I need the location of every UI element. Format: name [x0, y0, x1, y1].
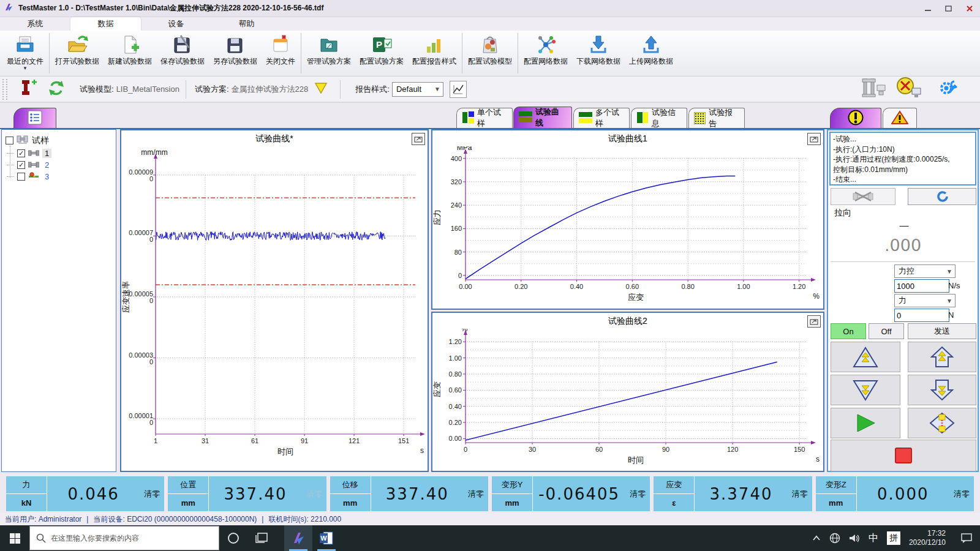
ime-pinyin-button[interactable]: 拼 — [887, 531, 900, 545]
specimen-2-checkbox[interactable]: ✓ — [17, 161, 25, 169]
cortana-button[interactable] — [219, 525, 247, 551]
upload-icon — [641, 33, 662, 56]
tab-test-curve[interactable]: 试验曲线 — [513, 107, 572, 128]
config-network-button[interactable]: 配置网络数据 — [519, 31, 572, 76]
svg-text:121: 121 — [349, 437, 360, 444]
config-scheme-icon: P — [371, 33, 393, 56]
menu-help[interactable]: 帮助 — [211, 17, 282, 31]
tree-item-2[interactable]: ✓ 2 — [7, 160, 51, 170]
target-input[interactable] — [894, 309, 949, 322]
close-file-button[interactable]: 关闭文件 — [262, 31, 300, 76]
jog-down-button[interactable] — [908, 375, 976, 405]
on-button[interactable]: On — [831, 323, 866, 339]
tab-specimen-list[interactable] — [13, 108, 56, 128]
clear-button[interactable]: 清零 — [625, 476, 650, 511]
scheme-warning-icon[interactable] — [314, 82, 328, 97]
clear-button[interactable]: 清零 — [464, 476, 488, 511]
curve-settings-button[interactable] — [450, 81, 467, 98]
volume-icon[interactable] — [849, 533, 860, 543]
device-offline-icon[interactable] — [895, 77, 922, 102]
menu-system[interactable]: 系统 — [0, 17, 70, 31]
config-model-button[interactable]: 配置试验模型 — [464, 31, 516, 76]
open-data-button[interactable]: 打开试验数据 — [51, 31, 104, 76]
tab-test-info[interactable]: 试验信息 — [631, 108, 687, 128]
svg-text:90: 90 — [662, 446, 669, 453]
svg-text:0.60: 0.60 — [626, 283, 639, 290]
tab-single-specimen[interactable]: 单个试样 — [456, 108, 513, 128]
report-style-select[interactable]: Default▼ — [392, 82, 443, 97]
specimen-icon — [28, 160, 39, 170]
manage-scheme-button[interactable]: 管理试验方案 — [303, 31, 355, 76]
clear-button[interactable]: 清零 — [140, 476, 164, 511]
manage-scheme-icon — [318, 33, 339, 56]
menu-data[interactable]: 数据 — [70, 17, 141, 31]
window-title: TestMaster 1.0 - D:\TestMaster 1.0\Bin\D… — [18, 3, 323, 13]
fast-down-icon — [852, 378, 879, 402]
svg-text:0: 0 — [149, 297, 153, 304]
config-scheme-button[interactable]: P 配置试验方案 — [355, 31, 408, 76]
loop-button[interactable] — [908, 188, 976, 205]
popout-chart-button[interactable] — [412, 133, 425, 145]
refresh-button[interactable] — [47, 79, 66, 100]
settings-icon[interactable] — [938, 79, 958, 100]
taskbar-clock[interactable]: 17:32 2020/12/10 — [909, 529, 946, 547]
specimen-1-checkbox[interactable]: ✓ — [17, 149, 25, 157]
new-data-button[interactable]: 新建试验数据 — [104, 31, 156, 76]
tree-root-specimens[interactable]: 试样 — [6, 135, 49, 146]
rate-input[interactable] — [894, 279, 949, 293]
target-mode-select[interactable]: 力▼ — [894, 294, 956, 307]
svg-text:0: 0 — [149, 236, 153, 243]
save-data-button[interactable]: 保存试验数据 — [156, 31, 209, 76]
popout-chart-button[interactable] — [807, 315, 821, 328]
tree-item-1[interactable]: ✓ 1 — [7, 149, 51, 158]
start-button[interactable] — [0, 525, 29, 551]
svg-text:0: 0 — [458, 272, 462, 279]
tray-expand-icon[interactable] — [812, 535, 821, 541]
tab-multi-specimen[interactable]: 多个试样 — [573, 108, 630, 128]
test-log-box: -试验... -执行:(入口力:10N) -执行:通用过程(控制速度:0.000… — [829, 132, 976, 186]
ime-language-button[interactable]: 中 — [869, 532, 878, 545]
close-button[interactable] — [959, 1, 980, 16]
svg-text:0.40: 0.40 — [449, 403, 462, 410]
taskbar-search[interactable]: 在这里输入你要搜索的内容 — [29, 526, 219, 550]
tree-item-3[interactable]: 3 — [7, 172, 51, 181]
network-globe-icon[interactable] — [829, 533, 840, 544]
test-report-icon — [694, 112, 706, 124]
specimen-3-checkbox[interactable] — [17, 173, 25, 181]
report-style-button[interactable]: 配置报告样式 — [408, 31, 461, 76]
popout-chart-button[interactable] — [807, 133, 821, 145]
jog-fast-up-button[interactable] — [831, 342, 900, 372]
taskbar-testmaster-app[interactable] — [284, 525, 312, 551]
save-as-icon — [225, 33, 246, 56]
tab-test-log[interactable] — [830, 108, 881, 128]
task-view-button[interactable] — [247, 525, 276, 551]
clear-button[interactable]: 清零 — [949, 476, 974, 511]
specimen-setup-button[interactable] — [908, 408, 976, 438]
stop-test-button[interactable] — [831, 440, 976, 471]
action-center-icon[interactable] — [960, 533, 973, 544]
recent-files-icon — [15, 33, 36, 56]
jog-fast-down-button[interactable] — [831, 375, 900, 405]
abort-test-button[interactable] — [831, 188, 895, 205]
toolbar-grip[interactable] — [2, 79, 7, 100]
download-network-button[interactable]: 下载网络数据 — [572, 31, 625, 76]
jog-up-button[interactable] — [908, 342, 976, 372]
add-specimen-button[interactable] — [18, 79, 37, 100]
recent-files-button[interactable]: 最近的文件 ▼ — [2, 31, 48, 76]
clear-button[interactable]: 清零 — [788, 476, 812, 511]
tab-warnings[interactable] — [883, 108, 917, 128]
minimize-button[interactable] — [918, 1, 938, 16]
root-checkbox[interactable] — [6, 137, 13, 144]
menu-device[interactable]: 设备 — [141, 17, 211, 31]
tab-test-report[interactable]: 试验报告 — [688, 108, 745, 128]
control-mode-select[interactable]: 力控▼ — [894, 264, 956, 278]
maximize-button[interactable] — [938, 1, 959, 16]
machine-icon[interactable] — [860, 78, 887, 101]
taskbar-word-app[interactable]: W — [312, 525, 341, 551]
save-as-data-button[interactable]: 另存试验数据 — [209, 31, 262, 76]
off-button[interactable]: Off — [869, 323, 904, 339]
upload-network-button[interactable]: 上传网络数据 — [625, 31, 677, 76]
start-test-button[interactable] — [831, 408, 900, 438]
send-button[interactable]: 发送 — [908, 323, 976, 339]
content-area: 单个试样 试验曲线 多个试样 试验信息 试验报告 — [0, 103, 980, 474]
